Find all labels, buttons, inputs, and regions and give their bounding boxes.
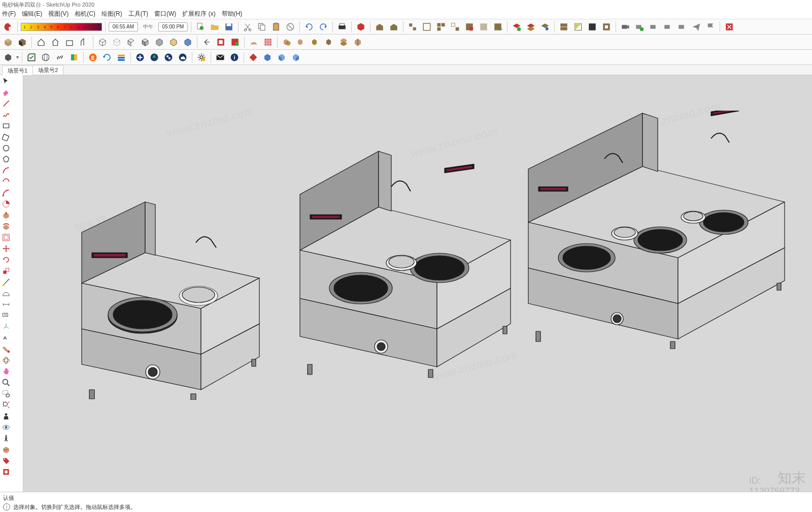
menu-edit[interactable]: 编辑(E) <box>22 10 42 18</box>
followme-icon[interactable] <box>1 221 11 231</box>
camera-record-icon[interactable] <box>619 21 631 33</box>
ext-box-right-icon[interactable] <box>290 51 302 63</box>
section-display-icon[interactable] <box>572 21 584 33</box>
component-make-icon[interactable] <box>407 21 419 33</box>
walk-icon[interactable] <box>1 433 11 443</box>
extension-icon[interactable] <box>1 467 11 477</box>
warehouse-upload-icon[interactable] <box>388 21 400 33</box>
component-options-icon[interactable] <box>215 36 227 48</box>
shadow-time-start[interactable]: 06:55 AM <box>109 22 138 31</box>
style-shaded-icon[interactable] <box>125 36 137 48</box>
model-info-icon[interactable] <box>355 21 367 33</box>
axes-icon[interactable] <box>1 322 11 332</box>
pie-icon[interactable] <box>1 199 11 209</box>
tab-scene2[interactable]: 场景号2 <box>32 65 63 75</box>
new-file-icon[interactable] <box>194 21 207 33</box>
camera-prev-icon[interactable] <box>648 21 660 33</box>
camera-play-icon[interactable] <box>633 21 646 33</box>
paste-icon[interactable] <box>270 21 282 33</box>
look-around-icon[interactable] <box>1 422 11 432</box>
flag-icon[interactable] <box>704 21 717 33</box>
style-mono-icon[interactable] <box>153 36 165 48</box>
style-wire-icon[interactable] <box>96 36 109 48</box>
house-left-icon[interactable] <box>78 36 90 48</box>
sandbox-icon[interactable] <box>248 36 260 48</box>
rotated-rect-icon[interactable] <box>1 132 11 142</box>
style-hidden-icon[interactable] <box>111 36 123 48</box>
hide-icon[interactable] <box>478 21 490 33</box>
arc3-icon[interactable] <box>1 188 11 198</box>
solid-union-icon[interactable] <box>281 36 293 48</box>
layer-visibility-icon[interactable] <box>539 21 551 33</box>
arrow-return-icon[interactable] <box>200 36 213 48</box>
section-fill-icon[interactable] <box>586 21 598 33</box>
viewport-3d[interactable]: www.znzmo.com 知末网 www.znzmo.com 知末网 www.… <box>23 75 812 492</box>
menu-tools[interactable]: 工具(T) <box>128 10 148 18</box>
layer-manage-icon[interactable] <box>525 21 537 33</box>
menu-window[interactable]: 窗口(W) <box>154 10 176 18</box>
freehand-icon[interactable] <box>1 110 11 120</box>
zoom-window-icon[interactable] <box>1 389 11 399</box>
sandbox-grid-icon[interactable] <box>262 36 274 48</box>
component-edit-icon[interactable] <box>421 21 433 33</box>
dimension-icon[interactable] <box>1 299 11 310</box>
solid-intersect-icon[interactable] <box>295 36 307 48</box>
polygon-icon[interactable] <box>1 154 11 164</box>
zoom-extents-icon[interactable] <box>1 400 11 410</box>
ext-align-icon[interactable] <box>115 51 127 63</box>
shadow-time-end[interactable]: 05:00 PM <box>158 22 188 31</box>
shadow-gradient[interactable]: 123456789101112 <box>21 23 102 31</box>
delete-icon[interactable] <box>284 21 296 33</box>
paint-icon[interactable] <box>1 344 11 354</box>
solid-outer-icon[interactable] <box>352 36 364 48</box>
arc-icon[interactable] <box>1 165 11 176</box>
style-xray-icon[interactable] <box>167 36 180 48</box>
ext-link-icon[interactable] <box>54 51 66 63</box>
solid-subtract-icon[interactable] <box>309 36 321 48</box>
box-icon[interactable] <box>2 36 14 48</box>
protractor-icon[interactable] <box>1 288 11 298</box>
offset-icon[interactable] <box>1 232 11 243</box>
style-shaded-tex-icon[interactable] <box>139 36 151 48</box>
rectangle-icon[interactable] <box>1 121 11 131</box>
ungroup-icon[interactable] <box>449 21 461 33</box>
ext-tree-icon[interactable] <box>148 51 160 63</box>
group-icon[interactable] <box>435 21 447 33</box>
menu-extensions[interactable]: 扩展程序 (x) <box>182 10 215 18</box>
copy-icon[interactable] <box>256 21 268 33</box>
open-icon[interactable] <box>209 21 221 33</box>
ext-plus-icon[interactable] <box>134 51 146 63</box>
explode-icon[interactable] <box>463 21 476 33</box>
palette-icon[interactable] <box>2 21 14 33</box>
component-attributes-icon[interactable] <box>229 36 241 48</box>
print-icon[interactable] <box>336 21 348 33</box>
ext-cloud-icon[interactable] <box>177 51 189 63</box>
ext-cube-icon[interactable] <box>2 51 14 63</box>
ext-gear-icon[interactable] <box>195 51 208 63</box>
ext-box-left-icon[interactable] <box>276 51 288 63</box>
ext-checker-icon[interactable] <box>162 51 175 63</box>
position-camera-icon[interactable] <box>1 411 11 421</box>
style-back-icon[interactable] <box>182 36 194 48</box>
unhide-icon[interactable] <box>492 21 504 33</box>
house-back-icon[interactable] <box>63 36 76 48</box>
tab-scene1[interactable]: 场景号1 <box>2 65 33 75</box>
section-plane-icon[interactable] <box>558 21 570 33</box>
ext-refresh-icon[interactable] <box>101 51 113 63</box>
menu-draw[interactable]: 绘图(R) <box>101 10 122 18</box>
undo-icon[interactable] <box>303 21 315 33</box>
tag-icon[interactable] <box>1 456 11 466</box>
cut-icon[interactable] <box>242 21 254 33</box>
ext-c-icon[interactable] <box>68 51 80 63</box>
ext-diamond-icon[interactable] <box>247 51 259 63</box>
menu-camera[interactable]: 相机(C) <box>75 10 95 18</box>
circle-icon[interactable] <box>1 143 11 153</box>
warehouse-icon[interactable] <box>374 21 386 33</box>
house-icon[interactable] <box>35 36 47 48</box>
close-icon[interactable] <box>723 21 735 33</box>
redo-icon[interactable] <box>317 21 329 33</box>
solid-split-icon[interactable] <box>337 36 350 48</box>
send-icon[interactable] <box>690 21 702 33</box>
ext-mail-icon[interactable] <box>214 51 226 63</box>
ext-info-icon[interactable]: i <box>228 51 241 63</box>
